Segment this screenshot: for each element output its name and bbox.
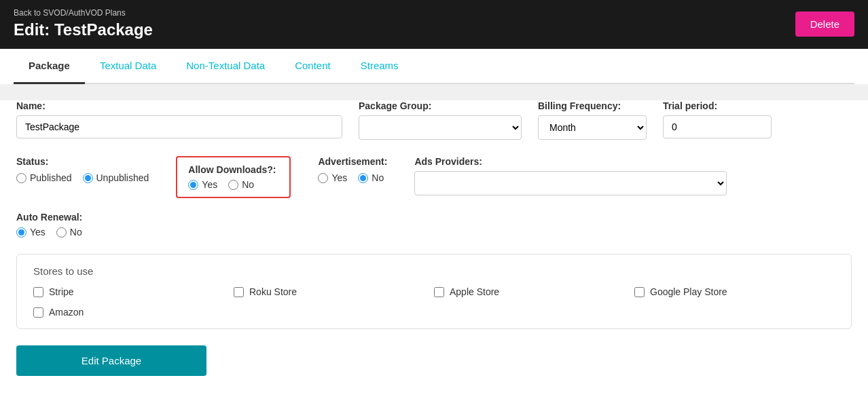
tab-package[interactable]: Package xyxy=(14,49,85,84)
store-google-play-checkbox[interactable] xyxy=(634,287,645,297)
ads-providers-group: Ads Providers: xyxy=(414,156,727,195)
auto-renewal-yes-label: Yes xyxy=(30,227,46,238)
ads-providers-label: Ads Providers: xyxy=(414,156,727,167)
stores-section: Stores to use Stripe Roku Store Apple St… xyxy=(16,254,852,329)
advertisement-no-radio[interactable] xyxy=(358,173,368,183)
trial-period-input[interactable] xyxy=(663,115,772,138)
auto-renewal-no-option: No xyxy=(56,227,82,238)
tabs-container: Package Textual Data Non-Textual Data Co… xyxy=(0,49,868,84)
tab-textual-data[interactable]: Textual Data xyxy=(85,49,171,84)
billing-frequency-label: Billing Frequency: xyxy=(538,100,647,111)
auto-renewal-no-radio[interactable] xyxy=(56,227,67,238)
allow-downloads-no-option: No xyxy=(228,179,254,190)
auto-renewal-yes-option: Yes xyxy=(16,227,46,238)
store-google-play-label: Google Play Store xyxy=(650,286,727,297)
store-amazon-checkbox[interactable] xyxy=(33,307,43,318)
allow-downloads-yes-option: Yes xyxy=(188,179,217,190)
auto-renewal-label: Auto Renewal: xyxy=(16,212,852,223)
advertisement-yes-label: Yes xyxy=(331,172,347,183)
store-amazon: Amazon xyxy=(33,307,234,318)
store-stripe-checkbox[interactable] xyxy=(33,287,43,297)
stores-grid: Stripe Roku Store Apple Store Google Pla… xyxy=(33,286,835,318)
store-stripe: Stripe xyxy=(33,286,234,297)
advertisement-yes-option: Yes xyxy=(318,172,347,183)
billing-frequency-select[interactable]: Month Year Week xyxy=(538,115,647,140)
store-google-play: Google Play Store xyxy=(634,286,835,297)
status-row: Status: Published Unpublished Allow Down… xyxy=(16,156,852,198)
allow-downloads-options: Yes No xyxy=(188,179,276,190)
advertisement-group: Advertisement: Yes No xyxy=(318,156,387,183)
allow-downloads-box: Allow Downloads?: Yes No xyxy=(176,156,291,198)
store-apple: Apple Store xyxy=(434,286,634,297)
store-roku: Roku Store xyxy=(234,286,434,297)
advertisement-options: Yes No xyxy=(318,172,387,183)
ads-providers-select[interactable] xyxy=(414,171,727,195)
delete-button[interactable]: Delete xyxy=(795,12,854,37)
name-label: Name: xyxy=(16,100,342,111)
package-group-select[interactable] xyxy=(359,115,522,140)
status-unpublished-radio[interactable] xyxy=(83,173,93,183)
trial-period-label: Trial period: xyxy=(663,100,772,111)
store-apple-label: Apple Store xyxy=(450,286,499,297)
store-apple-checkbox[interactable] xyxy=(434,287,444,297)
allow-downloads-no-label: No xyxy=(242,179,254,190)
package-group-label: Package Group: xyxy=(359,100,522,111)
name-input[interactable] xyxy=(16,115,342,138)
status-unpublished-label: Unpublished xyxy=(96,172,149,183)
advertisement-label: Advertisement: xyxy=(318,156,387,167)
status-published-label: Published xyxy=(30,172,72,183)
status-options: Published Unpublished xyxy=(16,172,149,183)
status-published-radio[interactable] xyxy=(16,173,26,183)
allow-downloads-yes-label: Yes xyxy=(202,179,217,190)
page-title: Edit: TestPackage xyxy=(14,20,153,39)
stores-title: Stores to use xyxy=(33,265,835,277)
advertisement-no-label: No xyxy=(372,172,384,183)
advertisement-no-option: No xyxy=(358,172,384,183)
name-group: Name: xyxy=(16,100,342,138)
status-group: Status: Published Unpublished xyxy=(16,156,149,183)
billing-frequency-group: Billing Frequency: Month Year Week xyxy=(538,100,647,140)
tab-content[interactable]: Content xyxy=(280,49,346,84)
status-unpublished-option: Unpublished xyxy=(83,172,149,183)
tab-bar: Package Textual Data Non-Textual Data Co… xyxy=(14,49,854,84)
auto-renewal-options: Yes No xyxy=(16,227,852,238)
tab-streams[interactable]: Streams xyxy=(346,49,414,84)
main-content: Name: Package Group: Billing Frequency: … xyxy=(0,100,868,418)
status-label: Status: xyxy=(16,156,149,167)
store-roku-checkbox[interactable] xyxy=(234,287,244,297)
edit-package-button[interactable]: Edit Package xyxy=(16,345,206,376)
allow-downloads-no-radio[interactable] xyxy=(228,180,238,190)
advertisement-yes-radio[interactable] xyxy=(318,173,328,183)
allow-downloads-yes-radio[interactable] xyxy=(188,180,198,190)
package-group-group: Package Group: xyxy=(359,100,522,140)
auto-renewal-section: Auto Renewal: Yes No xyxy=(16,212,852,238)
store-stripe-label: Stripe xyxy=(49,286,74,297)
store-roku-label: Roku Store xyxy=(249,286,297,297)
header-left: Back to SVOD/AuthVOD Plans Edit: TestPac… xyxy=(14,8,153,39)
auto-renewal-yes-radio[interactable] xyxy=(16,227,26,238)
trial-period-group: Trial period: xyxy=(663,100,772,138)
tab-non-textual-data[interactable]: Non-Textual Data xyxy=(171,49,280,84)
row-name-billing: Name: Package Group: Billing Frequency: … xyxy=(16,100,852,140)
back-link[interactable]: Back to SVOD/AuthVOD Plans xyxy=(14,8,153,18)
allow-downloads-label: Allow Downloads?: xyxy=(188,164,276,175)
store-amazon-label: Amazon xyxy=(49,307,84,318)
auto-renewal-no-label: No xyxy=(70,227,82,238)
form-section: Name: Package Group: Billing Frequency: … xyxy=(14,100,854,376)
page-header: Back to SVOD/AuthVOD Plans Edit: TestPac… xyxy=(0,0,868,49)
status-published-option: Published xyxy=(16,172,72,183)
